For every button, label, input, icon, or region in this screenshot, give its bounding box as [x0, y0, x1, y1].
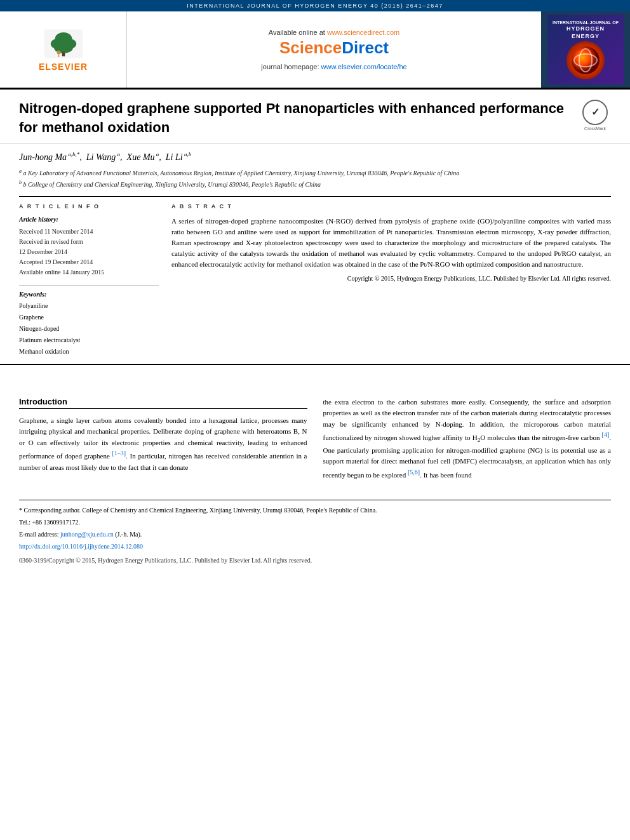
- journal-center-header: Available online at www.sciencedirect.co…: [127, 11, 541, 88]
- tel-note: Tel.: +86 13609917172.: [19, 517, 611, 528]
- article-info-column: A R T I C L E I N F O Article history: R…: [19, 203, 159, 357]
- svg-rect-5: [62, 52, 65, 56]
- svg-point-4: [54, 42, 73, 53]
- introduction-text-left: Graphene, a single layer carbon atoms co…: [19, 415, 307, 474]
- article-history-header: Article history:: [19, 216, 159, 223]
- introduction-left: Introduction Graphene, a single layer ca…: [19, 397, 307, 481]
- direct-text: Direct: [342, 38, 389, 57]
- keyword-1: Polyaniline: [19, 300, 159, 312]
- abstract-column: A B S T R A C T A series of nitrogen-dop…: [171, 203, 611, 357]
- journal-homepage-link[interactable]: www.elsevier.com/locate/he: [321, 63, 407, 70]
- available-online-text: Available online at www.sciencedirect.co…: [269, 29, 399, 36]
- footer-copyright: 0360-3199/Copyright © 2015, Hydrogen Ene…: [0, 554, 630, 570]
- keywords-section: Keywords: Polyaniline Graphene Nitrogen-…: [19, 285, 159, 357]
- article-info-abstract-section: A R T I C L E I N F O Article history: R…: [0, 197, 630, 365]
- elsevier-logo: ELSEVIER: [39, 28, 88, 72]
- keyword-4: Platinum electrocatalyst: [19, 335, 159, 346]
- ref-1-3: [1–3]: [112, 450, 126, 457]
- footer-notes: * Corresponding author. College of Chemi…: [19, 500, 611, 552]
- elsevier-tree-icon: [44, 28, 83, 60]
- affiliation-b: b b College of Chemistry and Chemical En…: [19, 179, 611, 189]
- article-title: Nitrogen-doped graphene supported Pt nan…: [19, 99, 566, 137]
- ref-5-6: [5,6]: [408, 469, 420, 476]
- author-2: Li Wang: [86, 152, 116, 162]
- authors-line: Jun-hong Ma a,b,*, Li Wang a, Xue Mu a, …: [19, 151, 611, 163]
- affiliation-a: a a Key Laboratory of Advanced Functiona…: [19, 168, 611, 178]
- science-text: Science: [279, 38, 342, 57]
- crossmark-badge[interactable]: ✓ CrossMark: [579, 99, 611, 131]
- crossmark-label: CrossMark: [584, 126, 606, 131]
- ref-4: [4]: [602, 431, 610, 438]
- received-date: Received 11 November 2014: [19, 227, 159, 237]
- introduction-right: the extra electron to the carbon substra…: [323, 397, 612, 481]
- author-3: Xue Mu: [127, 152, 155, 162]
- keywords-list: Polyaniline Graphene Nitrogen-doped Plat…: [19, 300, 159, 357]
- svg-point-6: [57, 50, 60, 54]
- abstract-label: A B S T R A C T: [171, 203, 611, 210]
- accepted-date: Accepted 19 December 2014: [19, 257, 159, 267]
- revised-date: 12 December 2014: [19, 247, 159, 257]
- spacer: [0, 365, 630, 390]
- journal-cover-image: International Journal ofHYDROGENENERGY: [547, 15, 624, 84]
- sciencedirect-logo: ScienceDirect: [279, 38, 389, 58]
- email-link[interactable]: junhong@xju.edu.cn: [60, 531, 114, 538]
- cover-graphic-icon: [570, 44, 601, 76]
- elsevier-logo-section: ELSEVIER: [0, 11, 127, 88]
- crossmark-icon: ✓: [582, 100, 608, 125]
- doi-note: http://dx.doi.org/10.1016/j.ijhydene.201…: [19, 542, 611, 552]
- journal-cover-graphic: [566, 41, 605, 79]
- available-date: Available online 14 January 2015: [19, 267, 159, 277]
- author-1: Jun-hong Ma: [19, 152, 67, 162]
- article-content-section: Introduction Graphene, a single layer ca…: [0, 390, 630, 487]
- email-note: E-mail address: junhong@xju.edu.cn (J.-h…: [19, 530, 611, 540]
- journal-cover-title: International Journal ofHYDROGENENERGY: [553, 20, 619, 40]
- abstract-copyright: Copyright © 2015, Hydrogen Energy Public…: [171, 275, 611, 282]
- authors-section: Jun-hong Ma a,b,*, Li Wang a, Xue Mu a, …: [0, 143, 630, 196]
- keywords-label: Keywords:: [19, 291, 159, 298]
- article-title-section: Nitrogen-doped graphene supported Pt nan…: [0, 90, 630, 143]
- keyword-5: Methanol oxidation: [19, 346, 159, 357]
- abstract-text: A series of nitrogen-doped graphene nano…: [171, 216, 611, 270]
- revised-label: Received in revised form: [19, 237, 159, 247]
- elsevier-brand-text: ELSEVIER: [39, 62, 88, 72]
- keyword-3: Nitrogen-doped: [19, 323, 159, 335]
- svg-point-8: [572, 46, 600, 74]
- author-4: Li Li: [166, 152, 183, 162]
- journal-header: ELSEVIER Available online at www.science…: [0, 11, 630, 90]
- corresponding-author-note: * Corresponding author. College of Chemi…: [19, 505, 611, 516]
- introduction-heading: Introduction: [19, 397, 307, 409]
- article-info-content: Received 11 November 2014 Received in re…: [19, 227, 159, 277]
- journal-homepage-line: journal homepage: www.elsevier.com/locat…: [261, 63, 406, 70]
- doi-link[interactable]: http://dx.doi.org/10.1016/j.ijhydene.201…: [19, 543, 143, 550]
- introduction-text-right: the extra electron to the carbon substra…: [323, 397, 612, 481]
- sciencedirect-url[interactable]: www.sciencedirect.com: [327, 29, 399, 36]
- journal-title-bar: INTERNATIONAL JOURNAL OF HYDROGEN ENERGY…: [187, 3, 443, 9]
- affiliations: a a Key Laboratory of Advanced Functiona…: [19, 168, 611, 190]
- article-info-label: A R T I C L E I N F O: [19, 203, 159, 210]
- journal-cover-section: International Journal ofHYDROGENENERGY: [541, 11, 630, 88]
- keyword-2: Graphene: [19, 312, 159, 323]
- journal-header-bar: INTERNATIONAL JOURNAL OF HYDROGEN ENERGY…: [0, 0, 630, 11]
